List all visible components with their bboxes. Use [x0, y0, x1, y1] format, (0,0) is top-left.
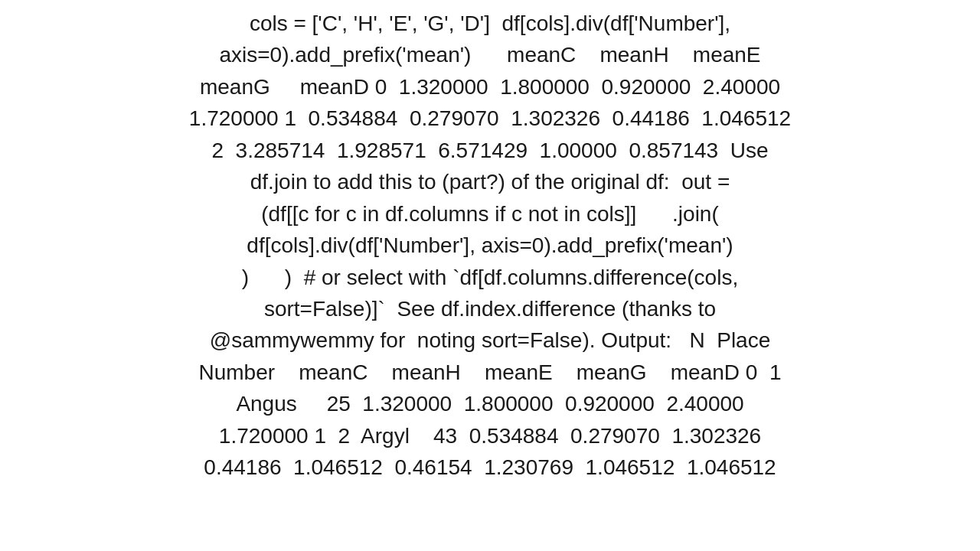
line-9: ) ) # or select with `df[df.columns.diff…	[242, 266, 738, 289]
line-15: 0.44186 1.046512 0.46154 1.230769 1.0465…	[204, 455, 776, 479]
line-10: sort=False)]` See df.index.difference (t…	[264, 297, 716, 321]
line-12: Number meanC meanH meanE meanG meanD 0 1	[199, 360, 782, 384]
line-7: (df[[c for c in df.columns if c not in c…	[261, 202, 719, 226]
line-3: meanG meanD 0 1.320000 1.800000 0.920000…	[200, 75, 780, 99]
line-1: cols = ['C', 'H', 'E', 'G', 'D'] df[cols…	[250, 11, 730, 35]
line-6: df.join to add this to (part?) of the or…	[250, 170, 730, 194]
line-13: Angus 25 1.320000 1.800000 0.920000 2.40…	[236, 392, 743, 416]
line-2: axis=0).add_prefix('mean') meanC meanH m…	[219, 43, 760, 67]
line-14: 1.720000 1 2 Argyl 43 0.534884 0.279070 …	[219, 424, 761, 448]
line-4: 1.720000 1 0.534884 0.279070 1.302326 0.…	[189, 106, 791, 130]
line-11: @sammywemmy for noting sort=False). Outp…	[210, 328, 771, 352]
line-8: df[cols].div(df['Number'], axis=0).add_p…	[247, 233, 733, 257]
line-5: 2 3.285714 1.928571 6.571429 1.00000 0.8…	[211, 139, 768, 162]
main-content: cols = ['C', 'H', 'E', 'G', 'D'] df[cols…	[0, 0, 980, 551]
code-text-block: cols = ['C', 'H', 'E', 'G', 'D'] df[cols…	[15, 8, 965, 484]
